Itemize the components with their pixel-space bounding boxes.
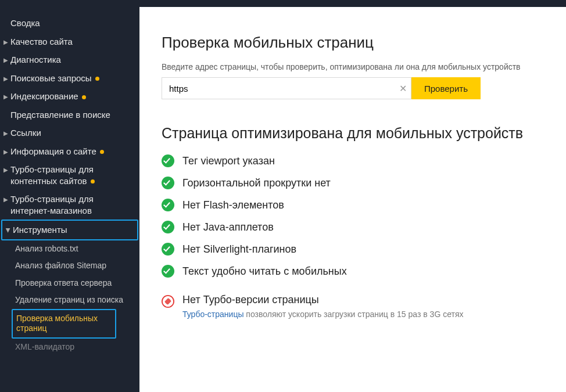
sidebar-item-indexing[interactable]: ▶ Индексирование xyxy=(0,87,139,106)
sidebar-item-quality[interactable]: ▶ Качество сайта xyxy=(0,33,139,51)
check-item: Тег viewport указан xyxy=(162,154,554,167)
url-row: ✕ Проверить xyxy=(162,77,554,99)
check-item: Нет Silverlight-плагинов xyxy=(162,243,554,256)
check-ok-icon xyxy=(162,154,174,167)
rocket-icon xyxy=(162,295,174,308)
main-wrap: Сводка ▶ Качество сайта ▶ Диагностика ▶ … xyxy=(0,7,566,392)
check-item-label: Тег viewport указан xyxy=(182,155,275,167)
dot-badge-icon xyxy=(82,95,86,99)
url-input[interactable] xyxy=(162,77,411,99)
sidebar-item-turbo-shop[interactable]: ▶ Турбо-страницы для интернет-магазинов xyxy=(0,190,139,220)
sidebar-item-label: Турбо-страницы для контентных сайтов xyxy=(10,164,135,186)
sidebar-item-label: Представление в поиске xyxy=(10,109,135,121)
sidebar-item-label: Турбо-страницы для интернет-магазинов xyxy=(10,193,135,216)
url-input-wrap: ✕ xyxy=(162,77,411,99)
clear-icon[interactable]: ✕ xyxy=(399,83,407,94)
sidebar: Сводка ▶ Качество сайта ▶ Диагностика ▶ … xyxy=(0,7,139,392)
turbo-desc-rest: позволяют ускорить загрузки страниц в 15… xyxy=(243,310,463,319)
top-bar xyxy=(0,0,566,7)
sub-item-xml-validator[interactable]: XML-валидатор xyxy=(12,339,139,356)
sidebar-item-site-info[interactable]: ▶ Информация о сайте xyxy=(0,142,139,161)
check-ok-icon xyxy=(162,243,174,256)
sidebar-item-label: Поисковые запросы xyxy=(10,73,135,84)
check-button[interactable]: Проверить xyxy=(411,77,481,99)
check-item-label: Нет Java-апплетов xyxy=(182,221,274,233)
hint-text: Введите адрес страницы, чтобы проверить,… xyxy=(162,62,554,71)
sidebar-item-label: Диагностика xyxy=(10,54,135,66)
result-title: Страница оптимизирована для мобильных ус… xyxy=(162,125,554,142)
dot-badge-icon xyxy=(91,179,95,184)
check-ok-icon xyxy=(162,177,174,189)
sidebar-item-tools[interactable]: ▶ Инструменты xyxy=(1,220,138,240)
sidebar-sub-tools: Анализ robots.txt Анализ файлов Sitemap … xyxy=(0,240,139,356)
check-list: Тег viewport указан Горизонтальной прокр… xyxy=(162,154,554,278)
sidebar-item-label: Информация о сайте xyxy=(10,146,135,157)
check-item: Нет Java-апплетов xyxy=(162,221,554,233)
sidebar-item-label: Ссылки xyxy=(10,127,135,139)
content: Проверка мобильных страниц Введите адрес… xyxy=(139,7,566,392)
chevron-right-icon: ▶ xyxy=(3,196,8,203)
chevron-right-icon: ▶ xyxy=(3,56,8,64)
chevron-down-icon: ▶ xyxy=(5,228,12,233)
check-ok-icon xyxy=(162,265,174,278)
sidebar-item-diagnostics[interactable]: ▶ Диагностика xyxy=(0,51,139,69)
check-item: Текст удобно читать с мобильных xyxy=(162,265,554,278)
sidebar-item-turbo-content[interactable]: ▶ Турбо-страницы для контентных сайтов xyxy=(0,160,139,190)
sub-item-sitemap[interactable]: Анализ файлов Sitemap xyxy=(12,257,139,275)
turbo-link[interactable]: Турбо-страницы xyxy=(182,310,243,319)
sidebar-item-summary[interactable]: Сводка xyxy=(0,14,139,33)
chevron-right-icon: ▶ xyxy=(3,38,8,46)
dot-badge-icon xyxy=(100,150,104,154)
dot-badge-icon xyxy=(95,77,99,81)
sub-item-remove-pages[interactable]: Удаление страниц из поиска xyxy=(12,292,139,309)
chevron-right-icon: ▶ xyxy=(3,130,8,137)
chevron-right-icon: ▶ xyxy=(3,93,8,100)
sub-item-server-response[interactable]: Проверка ответа сервера xyxy=(12,275,139,292)
chevron-right-icon: ▶ xyxy=(3,75,8,82)
check-item-label: Нет Flash-элементов xyxy=(182,199,284,211)
check-item-label: Нет Silverlight-плагинов xyxy=(182,243,296,256)
sidebar-item-label: Индексирование xyxy=(10,91,135,102)
check-item: Горизонтальной прокрутки нет xyxy=(162,177,554,189)
check-item: Нет Flash-элементов xyxy=(162,199,554,211)
sub-item-mobile-check[interactable]: Проверка мобильных страниц xyxy=(12,309,116,339)
sidebar-item-search-queries[interactable]: ▶ Поисковые запросы xyxy=(0,69,139,88)
sidebar-item-label: Инструменты xyxy=(13,224,132,236)
check-item-label: Текст удобно читать с мобильных xyxy=(182,265,347,278)
turbo-desc: Турбо-страницы позволяют ускорить загруз… xyxy=(182,310,554,319)
sidebar-item-label: Качество сайта xyxy=(10,36,135,48)
chevron-right-icon: ▶ xyxy=(3,148,8,156)
turbo-body: Нет Турбо-версии страницы Турбо-страницы… xyxy=(182,294,554,319)
chevron-right-icon: ▶ xyxy=(3,166,8,174)
sidebar-item-label: Сводка xyxy=(10,17,135,29)
check-ok-icon xyxy=(162,199,174,211)
turbo-title: Нет Турбо-версии страницы xyxy=(182,294,554,306)
sidebar-item-links[interactable]: ▶ Ссылки xyxy=(0,124,139,142)
page-title: Проверка мобильных страниц xyxy=(162,34,554,52)
turbo-row: Нет Турбо-версии страницы Турбо-страницы… xyxy=(162,294,554,319)
check-item-label: Горизонтальной прокрутки нет xyxy=(182,177,331,189)
sidebar-item-appearance[interactable]: Представление в поиске xyxy=(0,106,139,124)
sub-item-robots[interactable]: Анализ robots.txt xyxy=(12,240,139,258)
check-ok-icon xyxy=(162,221,174,233)
